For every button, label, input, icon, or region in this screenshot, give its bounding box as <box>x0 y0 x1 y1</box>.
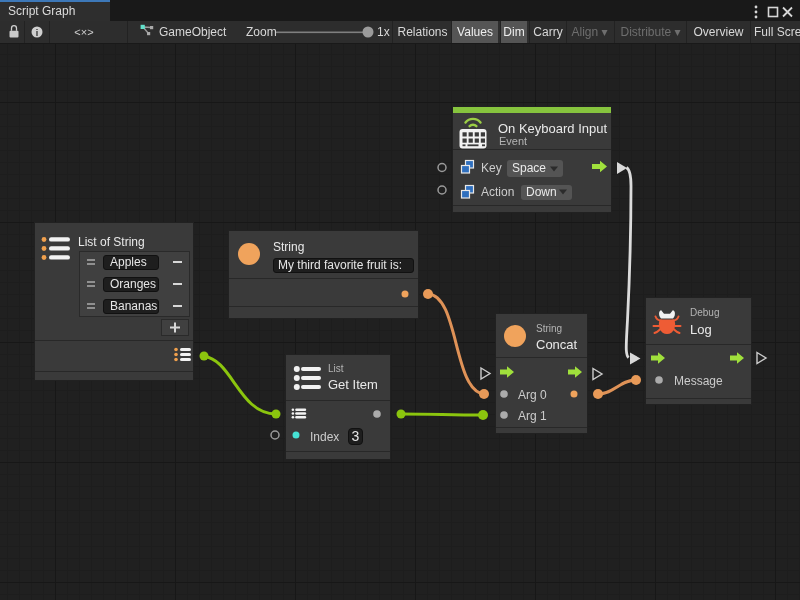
svg-text:i: i <box>36 28 39 38</box>
svg-text:<×>: <×> <box>74 26 93 38</box>
